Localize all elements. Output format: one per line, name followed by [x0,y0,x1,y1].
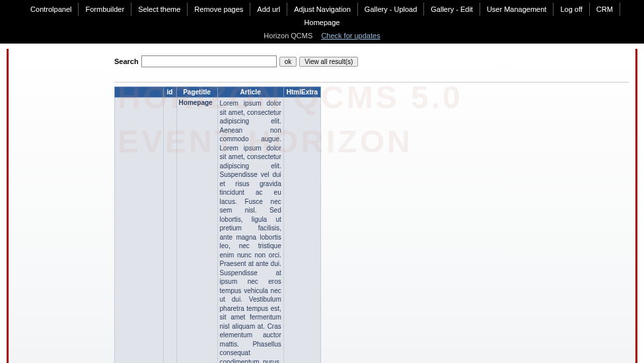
top-nav: ControlpanelFormbuilderSelect themeRemov… [0,0,644,44]
col-pagetitle: Pagetitle [176,87,217,98]
cell-htmlextra [283,98,320,364]
col-htmlextra: HtmlExtra [283,87,320,98]
cell-id [163,98,176,364]
menu-item-homepage[interactable]: Homepage [298,16,347,29]
divider [114,82,629,82]
view-all-results-button[interactable]: View all result(s) [299,57,358,67]
menu-item-formbuilder[interactable]: Formbuilder [79,3,131,16]
search-row: Search ok View all result(s) [114,55,629,67]
col-id: id [163,87,176,98]
col-article: Article [217,87,283,98]
check-updates-link[interactable]: Check for updates [321,32,380,40]
cell-article: Lorem ipsum dolor sit amet, consectetur … [217,98,283,364]
search-label: Search [114,57,139,65]
menu-bar: ControlpanelFormbuilderSelect themeRemov… [0,3,644,29]
menu-item-controlpanel[interactable]: Controlpanel [24,3,79,16]
menu-item-remove-pages[interactable]: Remove pages [188,3,250,16]
menu-item-gallery-edit[interactable]: Gallery - Edit [424,3,480,16]
product-name: Horizon QCMS [264,32,312,40]
sub-bar: Horizon QCMS Check for updates [0,32,644,40]
page-body: HORIZON QCMS 5.0 EVENT HORIZON Search ok… [7,49,637,363]
search-ok-button[interactable]: ok [279,57,297,67]
search-input[interactable] [141,55,277,67]
menu-item-gallery-upload[interactable]: Gallery - Upload [358,3,424,16]
menu-item-select-theme[interactable]: Select theme [131,3,188,16]
table-row: Edit this pageHomepageLorem ipsum dolor … [115,98,321,364]
col-edit [115,87,164,98]
menu-item-adjust-navigation[interactable]: Adjust Navigation [287,3,358,16]
menu-item-add-url[interactable]: Add url [250,3,287,16]
cell-pagetitle: Homepage [176,98,217,364]
pages-table: id Pagetitle Article HtmlExtra Edit this… [114,86,321,363]
menu-item-user-management[interactable]: User Management [480,3,554,16]
menu-item-crm[interactable]: CRM [590,3,620,16]
menu-item-log-off[interactable]: Log off [554,3,589,16]
